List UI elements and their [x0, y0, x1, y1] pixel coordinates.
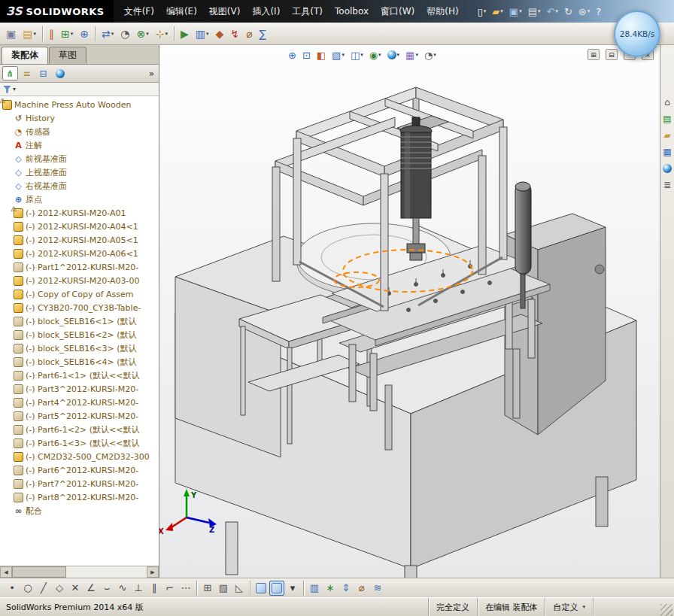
scroll-right-arrow[interactable]: ▶ — [147, 566, 159, 578]
edit-appearance-button[interactable]: ▾ — [385, 47, 402, 62]
menu-item-5[interactable]: Toolbox — [329, 0, 375, 23]
tree-item-part4[interactable]: (-) Part4^2012-KURSI-M20- — [0, 396, 159, 409]
grid-snap-button[interactable]: ⊞ — [200, 581, 215, 596]
section-tool-button[interactable]: ▥ — [307, 581, 322, 596]
sketch-cross-button[interactable]: ✕ — [68, 581, 83, 596]
mate-button[interactable]: ≋ — [370, 581, 385, 596]
view-settings-button[interactable]: ◔▾ — [422, 47, 439, 62]
move-component-button[interactable]: ⇕ — [339, 581, 354, 596]
appearances-icon[interactable] — [661, 162, 673, 174]
graphics-viewport[interactable]: Y Z X ⊕⊡◧▧▾◫▾◉▾▾▦▾◔▾ ⊞⊟‒× — [159, 45, 660, 578]
print-button[interactable]: ▤▾ — [526, 3, 543, 20]
sketch-circle-button[interactable]: ○ — [20, 581, 35, 596]
status-custom-dropdown[interactable]: 自定义 ▾ — [545, 598, 593, 616]
tree-item-part6-1-3[interactable]: (-) Part6-1<3> (默认<<默认 — [0, 436, 159, 450]
tree-item-a04[interactable]: (-) 2012-KURSI-M20-A04<1 — [0, 220, 159, 233]
measure-tool-button[interactable]: ⌀ — [243, 25, 255, 43]
tree-item-part5[interactable]: (-) Part5^2012-KURSI-M20- — [0, 409, 159, 423]
propertymanager-tab-icon[interactable]: ≡ — [19, 66, 35, 80]
menu-item-2[interactable]: 视图(V) — [203, 0, 247, 23]
tree-item-block-selb16-4[interactable]: (-) block_SELB16<4> (默认 — [0, 355, 159, 369]
task-pane-home-icon[interactable]: ⌂ — [661, 96, 673, 108]
scroll-track[interactable] — [12, 566, 147, 578]
edit-component-button[interactable]: ▣ — [3, 25, 19, 43]
mate-button[interactable]: ∥ — [46, 25, 57, 43]
displaymanager-tab-icon[interactable] — [52, 66, 68, 80]
tree-item-part3[interactable]: (-) Part3^2012-KURSI-M20- — [0, 382, 159, 396]
doc-tile-icon[interactable]: ⊞ — [587, 49, 600, 60]
view-normal-button[interactable] — [254, 581, 269, 596]
file-explorer-icon[interactable]: ▰ — [661, 129, 673, 141]
assembly-features-button[interactable]: ⊗▾ — [133, 25, 151, 43]
view-orientation-caret[interactable]: ▾ — [285, 581, 300, 596]
tree-item-sensors[interactable]: ◔传感器 — [0, 125, 159, 138]
menu-item-4[interactable]: 工具(T) — [286, 0, 329, 23]
tree-item-root[interactable]: ⚠Machine Press Auto Wooden — [0, 98, 159, 111]
sketch-arc-button[interactable]: ⌣ — [99, 581, 114, 596]
tree-item-part6-1-2[interactable]: (-) Part6-1<2> (默认<<默认 — [0, 423, 159, 436]
apply-scene-button[interactable]: ▦▾ — [403, 47, 420, 62]
panel-expand-chevron[interactable]: » — [147, 68, 156, 79]
tree-item-front-plane[interactable]: ◇前视基准面 — [0, 152, 159, 165]
filter-icon[interactable] — [3, 86, 11, 93]
mass-properties-button[interactable]: ∑ — [256, 25, 269, 43]
sketch-line-button[interactable]: ╱ — [36, 581, 51, 596]
section-view-button[interactable]: ◧ — [314, 47, 328, 62]
tree-item-history[interactable]: ↺History — [0, 111, 159, 125]
motion-study-button[interactable]: ▶ — [178, 25, 192, 43]
tree-item-a06[interactable]: (-) 2012-KURSI-M20-A06<1 — [0, 247, 159, 260]
interference-detection-button[interactable]: ↯ — [227, 25, 242, 43]
save-button[interactable]: ▣▾ — [507, 3, 524, 20]
tree-item-block-selb16-2[interactable]: (-) block_SELB16<2> (默认 — [0, 328, 159, 341]
tree-item-a03[interactable]: (-) 2012-KURSI-M20-A03-00 — [0, 274, 159, 287]
bill-of-materials-button[interactable]: ▥▾ — [193, 25, 212, 43]
open-document-button[interactable]: ▰▾ — [490, 3, 506, 20]
filter-caret-icon[interactable]: ▾ — [13, 86, 16, 93]
tree-item-block-selb16-1[interactable]: (-) block_SELB16<1> (默认 — [0, 314, 159, 328]
component-pattern-button[interactable]: ⊞▾ — [58, 25, 76, 43]
tree-item-top-plane[interactable]: ◇上视基准面 — [0, 165, 159, 179]
custom-properties-icon[interactable]: ≣ — [661, 179, 673, 191]
tree-item-a01[interactable]: ⚠(-) 2012-KURSI-M20-A01 — [0, 206, 159, 220]
options-button[interactable]: ⊛▾ — [576, 3, 592, 20]
featuremanager-tab-icon[interactable]: ⋔ — [2, 66, 18, 80]
sketch-pattern-button[interactable]: ⋯ — [178, 581, 193, 596]
assembly-xpert-button[interactable]: ∗ — [323, 581, 338, 596]
network-speed-overlay[interactable]: 28.4KB/s — [614, 11, 660, 57]
sketch-spline-button[interactable]: ∿ — [115, 581, 130, 596]
tree-item-part7[interactable]: (-) Part7^2012-KURSI-M20- — [0, 477, 159, 490]
tree-item-part1[interactable]: (-) Part1^2012-KURSI-M20- — [0, 260, 159, 274]
tree-item-block-selb16-3[interactable]: (-) block_SELB16<3> (默认 — [0, 341, 159, 355]
tab-sketch[interactable]: 草图 — [49, 47, 87, 64]
tree-item-part6-1-1[interactable]: (-) Part6-1<1> (默认<<默认 — [0, 369, 159, 382]
zoom-fit-button[interactable]: ⊕ — [286, 47, 299, 62]
tree-item-part6[interactable]: (-) Part6^2012-KURSI-M20- — [0, 463, 159, 477]
view-isometric-button[interactable] — [269, 581, 284, 596]
undo-button[interactable]: ↶▾ — [544, 3, 560, 20]
menu-item-6[interactable]: 窗口(W) — [375, 0, 420, 23]
hide-show-items-button[interactable]: ◉▾ — [367, 47, 384, 62]
show-hidden-components-button[interactable]: ◔ — [117, 25, 132, 43]
display-style-button[interactable]: ◫▾ — [348, 47, 366, 62]
tree-item-mates[interactable]: ∞配合 — [0, 504, 159, 517]
tree-item-cm2d32[interactable]: (-) CM2D32-500_CM2D32-300 — [0, 450, 159, 463]
smart-fasteners-button[interactable]: ⊕ — [77, 25, 92, 43]
exploded-view-button[interactable]: ◆ — [212, 25, 226, 43]
tab-assembly[interactable]: 装配体 — [2, 47, 48, 64]
new-document-button[interactable]: ▯▾ — [475, 3, 489, 20]
tree-item-origin[interactable]: ⊕原点 — [0, 193, 159, 206]
tree-item-right-plane[interactable]: ◇右视基准面 — [0, 179, 159, 193]
scroll-thumb[interactable] — [12, 566, 66, 578]
view-palette-icon[interactable]: ▦ — [661, 146, 673, 158]
help-button[interactable]: ? — [594, 3, 603, 20]
menu-item-1[interactable]: 编辑(E) — [160, 0, 203, 23]
zoom-area-button[interactable]: ⊡ — [300, 47, 313, 62]
fillet-button[interactable]: ◺ — [232, 581, 247, 596]
sketch-point-button[interactable]: • — [5, 581, 20, 596]
sketch-angle-button[interactable]: ∠ — [83, 581, 99, 596]
doc-restore-icon[interactable]: ⊟ — [606, 49, 618, 60]
sketch-polygon-button[interactable]: ◇ — [52, 581, 67, 596]
panel-horizontal-scrollbar[interactable]: ◀ ▶ — [0, 566, 159, 578]
sketch-corner-button[interactable]: ⌐ — [162, 581, 178, 596]
menu-item-3[interactable]: 插入(I) — [246, 0, 286, 23]
